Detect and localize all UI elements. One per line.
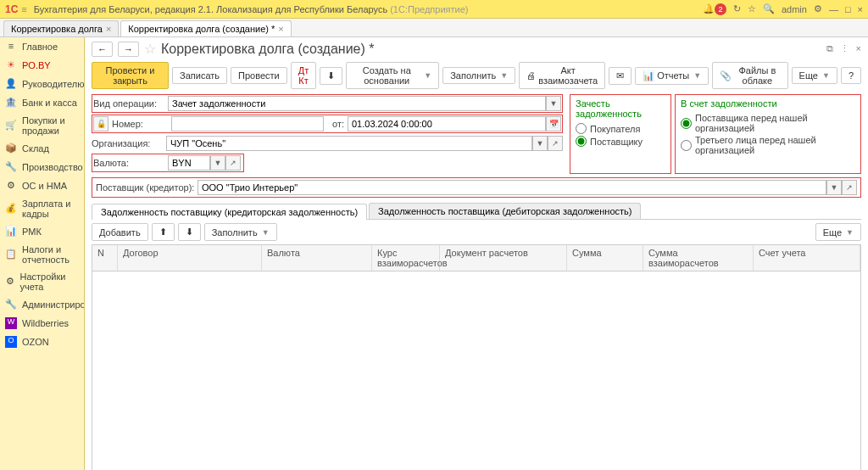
fill-table-button[interactable]: Заполнить▼: [204, 223, 277, 241]
wrench-icon: 🔧: [5, 161, 17, 173]
user-label[interactable]: admin: [782, 4, 807, 14]
sidebar-item-assets[interactable]: ⚙ОС и НМА: [0, 176, 84, 195]
fill-button[interactable]: Заполнить▼: [442, 67, 515, 84]
subtab-debitor-debt[interactable]: Задолженность поставщика (дебиторская за…: [369, 203, 641, 219]
history-icon[interactable]: ↻: [733, 3, 741, 14]
col-n[interactable]: N: [92, 245, 118, 271]
calendar-icon[interactable]: 📅: [546, 116, 561, 131]
op-type-input[interactable]: [168, 96, 546, 111]
org-input[interactable]: [166, 136, 532, 151]
add-button[interactable]: Добавить: [92, 223, 148, 241]
dropdown-icon[interactable]: ▼: [546, 96, 561, 111]
col-currency[interactable]: Валюта: [262, 245, 372, 271]
app-title: Бухгалтерия для Беларуси, редакция 2.1. …: [34, 4, 703, 14]
col-sum[interactable]: Сумма: [567, 245, 643, 271]
table-body[interactable]: [92, 271, 860, 470]
menu-icon: ≡: [5, 41, 17, 53]
post-close-button[interactable]: Провести и закрыть: [92, 62, 169, 89]
titlebar: 1С ≡ Бухгалтерия для Беларуси, редакция …: [0, 0, 868, 19]
tab-close-icon[interactable]: ×: [278, 24, 283, 34]
sidebar-item-manager[interactable]: 👤Руководителю: [0, 75, 84, 93]
col-doc[interactable]: Документ расчетов: [440, 245, 567, 271]
notification-icon[interactable]: 🔔2: [703, 3, 726, 15]
sidebar-item-warehouse[interactable]: 📦Склад: [0, 139, 84, 158]
sidebar-item-settings[interactable]: ⚙Настройки учета: [0, 268, 84, 295]
dropdown-icon[interactable]: ▼: [532, 136, 548, 151]
move-down-button[interactable]: ⬇: [178, 223, 201, 241]
sidebar-item-admin[interactable]: 🔧Администрирование: [0, 295, 84, 314]
open-icon[interactable]: ↗: [548, 136, 563, 151]
maximize-icon[interactable]: □: [845, 4, 851, 14]
debt-table: N Договор Валюта Курс взаиморасчетов Док…: [92, 244, 861, 470]
number-input[interactable]: [171, 116, 324, 131]
sidebar-item-poby[interactable]: ☀PO.BY: [0, 56, 84, 75]
radio-buyer[interactable]: Покупателя: [576, 122, 665, 135]
sidebar-item-bank[interactable]: 🏦Банк и касса: [0, 93, 84, 112]
radio-third-party[interactable]: Третьего лица перед нашей организацией: [681, 134, 855, 156]
col-rate[interactable]: Курс взаиморасчетов: [372, 245, 440, 271]
act-button[interactable]: 🖨 Акт взаимозачета: [519, 62, 605, 89]
app-logo: 1С: [5, 3, 18, 15]
currency-label: Валюта:: [93, 158, 168, 168]
box-icon: 📦: [5, 143, 17, 154]
star-icon[interactable]: ☆: [144, 41, 156, 57]
close-page-icon[interactable]: ×: [856, 43, 861, 54]
sidebar-item-rmk[interactable]: 📊РМК: [0, 222, 84, 241]
sidebar-item-wb[interactable]: WWildberries: [0, 314, 84, 333]
main-area: ← → ☆ Корректировка долга (создание) * ⧉…: [85, 37, 868, 470]
cloud-files-button[interactable]: 📎 Файлы в облаке: [712, 62, 787, 89]
money-icon: 💰: [5, 203, 17, 215]
col-contract[interactable]: Договор: [118, 245, 262, 271]
subtab-creditor-debt[interactable]: Задолженность поставщику (кредиторская з…: [92, 204, 367, 220]
create-based-button[interactable]: Создать на основании▼: [346, 62, 439, 89]
mail-button[interactable]: ✉: [609, 67, 632, 85]
creditor-input[interactable]: [198, 180, 826, 195]
tab-close-icon[interactable]: ×: [106, 24, 111, 34]
dt-button[interactable]: ДтКт: [291, 62, 317, 89]
sidebar-item-main[interactable]: ≡Главное: [0, 37, 84, 56]
sidebar-item-salary[interactable]: 💰Зарплата и кадры: [0, 195, 84, 222]
settings-icon[interactable]: ⚙: [814, 3, 822, 14]
more-button[interactable]: Еще▼: [792, 67, 837, 84]
options-icon[interactable]: ⋮: [840, 43, 849, 54]
col-sum-rate[interactable]: Сумма взаиморасчетов: [643, 245, 754, 271]
gear-icon: ⚙: [5, 180, 17, 192]
reports-button[interactable]: 📊 Отчеты▼: [635, 67, 709, 85]
search-icon[interactable]: 🔍: [763, 3, 775, 14]
user-icon: 👤: [5, 78, 17, 90]
tabs-bar: Корректировка долга× Корректировка долга…: [0, 19, 868, 37]
tab-1[interactable]: Корректировка долга (создание) *×: [120, 20, 291, 36]
tree-button[interactable]: ⬇: [320, 67, 342, 85]
menu-icon[interactable]: ≡: [21, 4, 26, 14]
date-input[interactable]: [348, 116, 546, 131]
minimize-icon[interactable]: —: [829, 4, 838, 14]
radio-supplier-org[interactable]: Поставщика перед нашей организацией: [681, 112, 855, 134]
favorite-icon[interactable]: ☆: [748, 3, 756, 14]
detach-icon[interactable]: ⧉: [826, 43, 833, 54]
forward-button[interactable]: →: [118, 42, 139, 57]
help-button[interactable]: ?: [841, 67, 861, 84]
number-lock-icon[interactable]: 🔓: [93, 116, 108, 131]
sidebar: ≡Главное ☀PO.BY 👤Руководителю 🏦Банк и ка…: [0, 37, 85, 470]
save-button[interactable]: Записать: [172, 67, 227, 84]
back-button[interactable]: ←: [92, 42, 113, 57]
tab-0[interactable]: Корректировка долга×: [3, 20, 119, 36]
date-label: от:: [327, 119, 344, 129]
post-button[interactable]: Провести: [231, 67, 287, 84]
sidebar-item-tax[interactable]: 📋Налоги и отчетность: [0, 241, 84, 268]
dropdown-icon[interactable]: ▼: [210, 155, 225, 171]
move-up-button[interactable]: ⬆: [152, 223, 175, 241]
page-title: Корректировка долга (создание) *: [161, 42, 375, 57]
col-account[interactable]: Счет учета: [754, 245, 860, 271]
table-more-button[interactable]: Еще▼: [815, 223, 861, 241]
sidebar-item-ozon[interactable]: OOZON: [0, 333, 84, 351]
currency-input[interactable]: [168, 155, 210, 171]
open-icon[interactable]: ↗: [842, 180, 857, 195]
ozon-icon: O: [5, 336, 17, 348]
radio-supplier[interactable]: Поставщику: [576, 135, 665, 148]
close-icon[interactable]: ×: [858, 4, 863, 14]
open-icon[interactable]: ↗: [225, 155, 241, 171]
sidebar-item-sales[interactable]: 🛒Покупки и продажи: [0, 112, 84, 139]
sidebar-item-production[interactable]: 🔧Производство: [0, 158, 84, 176]
dropdown-icon[interactable]: ▼: [826, 180, 842, 195]
